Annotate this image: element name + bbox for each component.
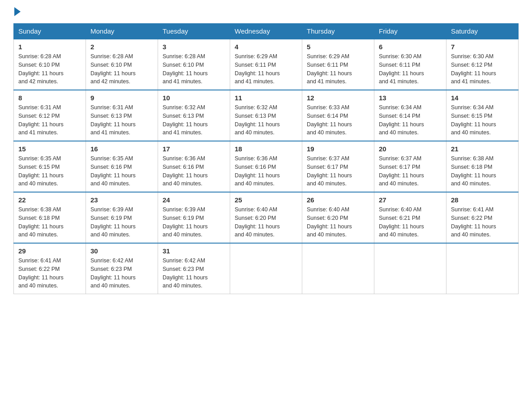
day-number: 22 — [18, 196, 81, 204]
day-number: 16 — [90, 145, 153, 153]
day-number: 20 — [379, 145, 442, 153]
day-number: 2 — [90, 43, 153, 51]
day-info: Sunrise: 6:32 AMSunset: 6:13 PMDaylight:… — [163, 103, 225, 137]
day-info: Sunrise: 6:37 AMSunset: 6:17 PMDaylight:… — [307, 154, 369, 188]
day-number: 4 — [235, 43, 297, 51]
day-info: Sunrise: 6:29 AMSunset: 6:11 PMDaylight:… — [235, 52, 297, 86]
calendar-cell: 28 Sunrise: 6:41 AMSunset: 6:22 PMDaylig… — [446, 192, 519, 243]
calendar-cell: 20 Sunrise: 6:37 AMSunset: 6:17 PMDaylig… — [374, 141, 446, 192]
day-info: Sunrise: 6:35 AMSunset: 6:15 PMDaylight:… — [18, 154, 81, 188]
calendar-cell: 30 Sunrise: 6:42 AMSunset: 6:23 PMDaylig… — [86, 243, 158, 294]
day-number: 18 — [235, 145, 297, 153]
day-info: Sunrise: 6:35 AMSunset: 6:16 PMDaylight:… — [90, 154, 153, 188]
header-monday: Monday — [86, 24, 158, 39]
calendar-table: SundayMondayTuesdayWednesdayThursdayFrid… — [13, 23, 519, 294]
calendar-cell: 25 Sunrise: 6:40 AMSunset: 6:20 PMDaylig… — [230, 192, 302, 243]
day-info: Sunrise: 6:40 AMSunset: 6:20 PMDaylight:… — [307, 206, 369, 239]
day-number: 11 — [235, 94, 297, 102]
day-number: 25 — [235, 196, 297, 204]
day-info: Sunrise: 6:39 AMSunset: 6:19 PMDaylight:… — [90, 206, 153, 239]
page-header — [13, 9, 519, 14]
calendar-cell: 18 Sunrise: 6:36 AMSunset: 6:16 PMDaylig… — [230, 141, 302, 192]
day-info: Sunrise: 6:36 AMSunset: 6:16 PMDaylight:… — [163, 154, 225, 188]
calendar-cell: 3 Sunrise: 6:28 AMSunset: 6:10 PMDayligh… — [158, 39, 230, 90]
day-info: Sunrise: 6:34 AMSunset: 6:14 PMDaylight:… — [379, 103, 442, 137]
calendar-cell: 1 Sunrise: 6:28 AMSunset: 6:10 PMDayligh… — [14, 39, 86, 90]
day-number: 10 — [163, 94, 225, 102]
calendar-cell — [374, 243, 446, 294]
day-number: 12 — [307, 94, 369, 102]
day-info: Sunrise: 6:30 AMSunset: 6:12 PMDaylight:… — [451, 52, 514, 86]
calendar-cell: 26 Sunrise: 6:40 AMSunset: 6:20 PMDaylig… — [302, 192, 374, 243]
day-info: Sunrise: 6:37 AMSunset: 6:17 PMDaylight:… — [379, 154, 442, 188]
header-wednesday: Wednesday — [230, 24, 302, 39]
calendar-cell — [230, 243, 302, 294]
calendar-cell: 14 Sunrise: 6:34 AMSunset: 6:15 PMDaylig… — [446, 90, 519, 141]
day-info: Sunrise: 6:28 AMSunset: 6:10 PMDaylight:… — [90, 52, 153, 86]
day-number: 21 — [451, 145, 514, 153]
calendar-cell: 17 Sunrise: 6:36 AMSunset: 6:16 PMDaylig… — [158, 141, 230, 192]
calendar-cell: 19 Sunrise: 6:37 AMSunset: 6:17 PMDaylig… — [302, 141, 374, 192]
logo — [13, 9, 21, 14]
day-number: 15 — [18, 145, 81, 153]
day-info: Sunrise: 6:29 AMSunset: 6:11 PMDaylight:… — [307, 52, 369, 86]
header-sunday: Sunday — [14, 24, 86, 39]
calendar-cell: 6 Sunrise: 6:30 AMSunset: 6:11 PMDayligh… — [374, 39, 446, 90]
day-number: 24 — [163, 196, 225, 204]
calendar-cell: 16 Sunrise: 6:35 AMSunset: 6:16 PMDaylig… — [86, 141, 158, 192]
calendar-cell: 7 Sunrise: 6:30 AMSunset: 6:12 PMDayligh… — [446, 39, 519, 90]
calendar-cell: 8 Sunrise: 6:31 AMSunset: 6:12 PMDayligh… — [14, 90, 86, 141]
calendar-cell: 29 Sunrise: 6:41 AMSunset: 6:22 PMDaylig… — [14, 243, 86, 294]
header-thursday: Thursday — [302, 24, 374, 39]
day-number: 23 — [90, 196, 153, 204]
calendar-cell: 5 Sunrise: 6:29 AMSunset: 6:11 PMDayligh… — [302, 39, 374, 90]
calendar-cell: 13 Sunrise: 6:34 AMSunset: 6:14 PMDaylig… — [374, 90, 446, 141]
day-number: 6 — [379, 43, 442, 51]
day-info: Sunrise: 6:40 AMSunset: 6:20 PMDaylight:… — [235, 206, 297, 239]
week-row-4: 22 Sunrise: 6:38 AMSunset: 6:18 PMDaylig… — [14, 192, 519, 243]
day-info: Sunrise: 6:39 AMSunset: 6:19 PMDaylight:… — [163, 206, 225, 239]
week-row-5: 29 Sunrise: 6:41 AMSunset: 6:22 PMDaylig… — [14, 243, 519, 294]
calendar-cell: 9 Sunrise: 6:31 AMSunset: 6:13 PMDayligh… — [86, 90, 158, 141]
day-info: Sunrise: 6:40 AMSunset: 6:21 PMDaylight:… — [379, 206, 442, 239]
calendar-cell: 21 Sunrise: 6:38 AMSunset: 6:18 PMDaylig… — [446, 141, 519, 192]
calendar-cell — [446, 243, 519, 294]
day-number: 13 — [379, 94, 442, 102]
calendar-cell — [302, 243, 374, 294]
day-info: Sunrise: 6:42 AMSunset: 6:23 PMDaylight:… — [163, 257, 225, 290]
header-tuesday: Tuesday — [158, 24, 230, 39]
day-number: 17 — [163, 145, 225, 153]
day-info: Sunrise: 6:31 AMSunset: 6:12 PMDaylight:… — [18, 103, 81, 137]
day-number: 7 — [451, 43, 514, 51]
calendar-cell: 23 Sunrise: 6:39 AMSunset: 6:19 PMDaylig… — [86, 192, 158, 243]
day-info: Sunrise: 6:38 AMSunset: 6:18 PMDaylight:… — [18, 206, 81, 239]
week-row-3: 15 Sunrise: 6:35 AMSunset: 6:15 PMDaylig… — [14, 141, 519, 192]
day-number: 8 — [18, 94, 81, 102]
logo-arrow-icon — [14, 7, 21, 16]
calendar-cell: 15 Sunrise: 6:35 AMSunset: 6:15 PMDaylig… — [14, 141, 86, 192]
day-number: 26 — [307, 196, 369, 204]
calendar-cell: 24 Sunrise: 6:39 AMSunset: 6:19 PMDaylig… — [158, 192, 230, 243]
day-info: Sunrise: 6:28 AMSunset: 6:10 PMDaylight:… — [163, 52, 225, 86]
day-number: 29 — [18, 247, 81, 255]
day-number: 30 — [90, 247, 153, 255]
day-number: 14 — [451, 94, 514, 102]
day-number: 9 — [90, 94, 153, 102]
calendar-cell: 22 Sunrise: 6:38 AMSunset: 6:18 PMDaylig… — [14, 192, 86, 243]
day-number: 27 — [379, 196, 442, 204]
day-info: Sunrise: 6:30 AMSunset: 6:11 PMDaylight:… — [379, 52, 442, 86]
day-number: 5 — [307, 43, 369, 51]
day-info: Sunrise: 6:41 AMSunset: 6:22 PMDaylight:… — [18, 257, 81, 290]
calendar-cell: 31 Sunrise: 6:42 AMSunset: 6:23 PMDaylig… — [158, 243, 230, 294]
header-friday: Friday — [374, 24, 446, 39]
calendar-cell: 2 Sunrise: 6:28 AMSunset: 6:10 PMDayligh… — [86, 39, 158, 90]
day-number: 3 — [163, 43, 225, 51]
calendar-cell: 11 Sunrise: 6:32 AMSunset: 6:13 PMDaylig… — [230, 90, 302, 141]
day-number: 28 — [451, 196, 514, 204]
calendar-cell: 12 Sunrise: 6:33 AMSunset: 6:14 PMDaylig… — [302, 90, 374, 141]
week-row-1: 1 Sunrise: 6:28 AMSunset: 6:10 PMDayligh… — [14, 39, 519, 90]
day-info: Sunrise: 6:33 AMSunset: 6:14 PMDaylight:… — [307, 103, 369, 137]
calendar-header-row: SundayMondayTuesdayWednesdayThursdayFrid… — [14, 24, 519, 39]
calendar-cell: 4 Sunrise: 6:29 AMSunset: 6:11 PMDayligh… — [230, 39, 302, 90]
day-number: 31 — [163, 247, 225, 255]
